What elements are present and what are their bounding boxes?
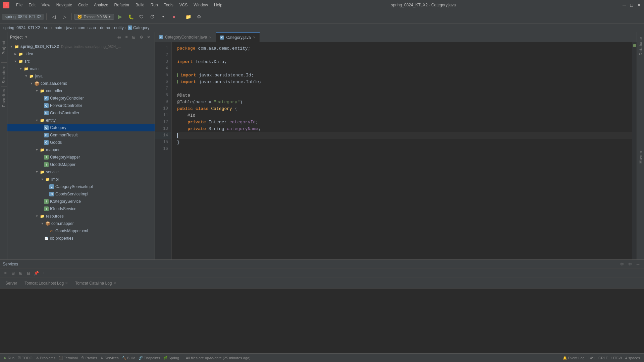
collapse-all-button[interactable]: ⊟ bbox=[130, 34, 137, 41]
menu-build[interactable]: Build bbox=[133, 2, 147, 8]
panel-gear-button[interactable]: ⚙ bbox=[619, 261, 625, 267]
breadcrumb-main[interactable]: main bbox=[53, 25, 62, 30]
tree-entity[interactable]: ▼ 📁 entity bbox=[7, 117, 155, 124]
panel-settings-button[interactable]: ⚙ bbox=[627, 261, 633, 267]
menu-navigate[interactable]: Navigate bbox=[54, 2, 75, 8]
tab-close-button[interactable]: ✕ bbox=[209, 36, 212, 39]
expand-all-button[interactable]: ≡ bbox=[123, 34, 130, 41]
tomcat-selector[interactable]: 🐱 Tomcat 9.0.38 ▼ bbox=[74, 14, 114, 20]
close-button[interactable]: ✕ bbox=[637, 3, 641, 7]
tab-tomcat-catalina-log[interactable]: Tomcat Catalina Log ✕ bbox=[72, 280, 119, 287]
toolbar-pin[interactable]: 📌 bbox=[33, 270, 40, 277]
tree-resources[interactable]: ▼ 📁 resources bbox=[7, 213, 155, 220]
problems-tab[interactable]: ⚠ Problems bbox=[35, 356, 57, 360]
tab-close-button[interactable]: ✕ bbox=[253, 36, 256, 39]
menu-help[interactable]: Help bbox=[211, 2, 225, 8]
run-tab[interactable]: ▶ Run bbox=[3, 356, 16, 360]
terminal-tab[interactable]: ⬛ Terminal bbox=[57, 356, 79, 360]
tree-com-mapper[interactable]: ▼ 📦 com.mapper bbox=[7, 220, 155, 227]
profile-button[interactable]: ⏱ bbox=[148, 12, 157, 21]
tree-category-service-impl[interactable]: C CategoryServiceImpl bbox=[7, 183, 155, 190]
todo-tab[interactable]: ☑ TODO bbox=[16, 356, 34, 360]
locate-file-button[interactable]: ◎ bbox=[116, 34, 122, 41]
tree-goods-service-impl[interactable]: C GoodsServiceImpl bbox=[7, 190, 155, 198]
tree-mapper[interactable]: ▼ 📁 mapper bbox=[7, 146, 155, 154]
settings-button[interactable]: ⚙ bbox=[194, 12, 204, 21]
tree-idea[interactable]: ▶ 📁 .idea bbox=[7, 50, 155, 58]
panel-settings-button[interactable]: ⚙ bbox=[138, 34, 145, 41]
favorites-side-label[interactable]: Favorites bbox=[1, 88, 7, 108]
tree-service[interactable]: ▼ 📁 service bbox=[7, 168, 155, 176]
tree-forward-controller[interactable]: C ForwardController bbox=[7, 102, 155, 109]
panel-close-button[interactable]: ✕ bbox=[145, 34, 152, 41]
tree-java[interactable]: ▼ 📁 java bbox=[7, 72, 155, 80]
tree-goods[interactable]: C Goods bbox=[7, 139, 155, 146]
more-run-options[interactable]: ▼ bbox=[158, 12, 168, 21]
project-side-label[interactable]: Project bbox=[1, 34, 7, 61]
menu-file[interactable]: File bbox=[13, 2, 25, 8]
tab-close-btn[interactable]: ✕ bbox=[65, 281, 68, 285]
structure-side-label[interactable]: Structure bbox=[1, 64, 7, 84]
spring-tab[interactable]: 🌿 Spring bbox=[162, 356, 180, 360]
tree-goods-mapper-xml[interactable]: 🗂 GoodsMapper.xml bbox=[7, 227, 155, 235]
line-separator-indicator[interactable]: CRLF bbox=[597, 356, 609, 360]
menu-view[interactable]: View bbox=[39, 2, 53, 8]
maximize-button[interactable]: □ bbox=[629, 3, 634, 7]
tab-server[interactable]: Server bbox=[2, 280, 20, 287]
minimize-button[interactable]: ─ bbox=[622, 3, 627, 7]
breadcrumb-aaa[interactable]: aaa bbox=[89, 25, 96, 30]
stop-button[interactable]: ■ bbox=[169, 12, 178, 21]
tree-db-properties[interactable]: 📄 db.properties bbox=[7, 235, 155, 242]
toolbar-group[interactable]: ⊞ bbox=[17, 270, 24, 277]
breadcrumb-entity[interactable]: entity bbox=[114, 25, 124, 30]
menu-tools[interactable]: Tools bbox=[161, 2, 176, 8]
tab-close-btn-2[interactable]: ✕ bbox=[113, 281, 116, 285]
tab-category-controller[interactable]: C CategoryController.java ✕ bbox=[155, 33, 216, 42]
services-tab[interactable]: ⚙ Services bbox=[99, 356, 120, 360]
code-content[interactable]: package com.aaa.demo.entity; import lomb… bbox=[172, 42, 632, 259]
breadcrumb-category[interactable]: C Category bbox=[128, 25, 150, 30]
menu-analyze[interactable]: Analyze bbox=[91, 2, 111, 8]
tree-main[interactable]: ▼ 📁 main bbox=[7, 65, 155, 72]
tab-category[interactable]: C Category.java ✕ bbox=[216, 33, 260, 42]
project-structure-button[interactable]: 📁 bbox=[183, 12, 193, 21]
tree-category[interactable]: C Category bbox=[7, 124, 155, 131]
tree-goods-mapper[interactable]: I GoodsMapper bbox=[7, 161, 155, 168]
menu-vcs[interactable]: VCS bbox=[177, 2, 191, 8]
breadcrumb-java[interactable]: java bbox=[66, 25, 73, 30]
indent-indicator[interactable]: 4 spaces bbox=[624, 356, 641, 360]
project-selector[interactable]: spring_0824_KTLX2 bbox=[2, 14, 44, 20]
encoding-indicator[interactable]: UTF-8 bbox=[610, 356, 623, 360]
tree-category-controller[interactable]: C CategoryController bbox=[7, 95, 155, 102]
toolbar-filter[interactable]: ⊟ bbox=[25, 270, 32, 277]
position-indicator[interactable]: 14:1 bbox=[587, 356, 596, 360]
run-button[interactable]: ▶ bbox=[115, 12, 125, 21]
debug-button[interactable]: 🐛 bbox=[126, 12, 136, 21]
tree-common-result[interactable]: C CommonResult bbox=[7, 131, 155, 139]
tree-igoods-service[interactable]: I IGoodsService bbox=[7, 205, 155, 213]
maven-panel-btn[interactable]: Maven bbox=[637, 146, 644, 260]
menu-edit[interactable]: Edit bbox=[26, 2, 38, 8]
breadcrumb-src[interactable]: src bbox=[44, 25, 49, 30]
menu-code[interactable]: Code bbox=[75, 2, 91, 8]
toolbar-collapse-all[interactable]: ⊟ bbox=[10, 270, 16, 277]
breadcrumb-project[interactable]: spring_0824_KTLX2 bbox=[3, 25, 40, 30]
toolbar-add[interactable]: ＋ bbox=[41, 270, 47, 277]
menu-window[interactable]: Window bbox=[191, 2, 211, 8]
event-log-button[interactable]: 🔔 Event Log bbox=[561, 356, 586, 360]
tree-impl[interactable]: ▼ 📁 impl bbox=[7, 176, 155, 183]
tree-goods-controller[interactable]: C GoodsController bbox=[7, 109, 155, 117]
tree-package-demo[interactable]: ▼ 📦 com.aaa.demo bbox=[7, 80, 155, 87]
build-tab[interactable]: 🔨 Build bbox=[121, 356, 137, 360]
database-panel-btn[interactable]: Database bbox=[637, 32, 644, 146]
toolbar-expand-all[interactable]: ≡ bbox=[2, 270, 9, 277]
endpoints-tab[interactable]: 🔗 Endpoints bbox=[137, 356, 161, 360]
tree-scrollbar[interactable] bbox=[7, 257, 155, 259]
menu-refactor[interactable]: Refactor bbox=[112, 2, 132, 8]
coverage-button[interactable]: 🛡 bbox=[137, 12, 146, 21]
panel-collapse-button[interactable]: ─ bbox=[635, 261, 641, 267]
breadcrumb-com[interactable]: com bbox=[77, 25, 85, 30]
tab-tomcat-localhost-log[interactable]: Tomcat Localhost Log ✕ bbox=[21, 280, 71, 287]
tree-icategory-service[interactable]: I ICategoryService bbox=[7, 198, 155, 205]
breadcrumb-demo[interactable]: demo bbox=[100, 25, 110, 30]
